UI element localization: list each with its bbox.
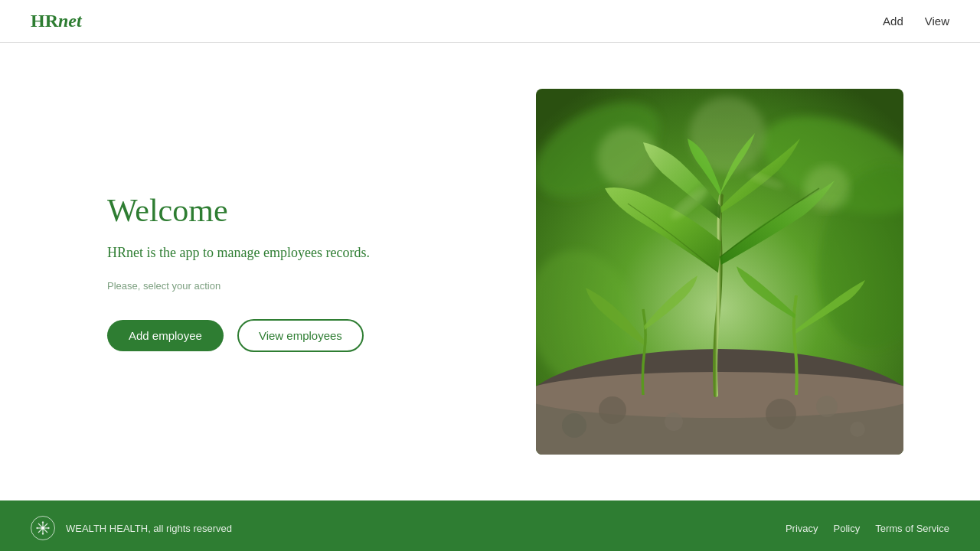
footer-terms-link[interactable]: Terms of Service [875,523,949,534]
hero-text-block: Welcome HRnet is the app to manage emplo… [107,192,429,352]
svg-point-11 [599,396,626,424]
svg-point-26 [36,527,38,529]
view-employees-button[interactable]: View employees [237,319,364,352]
subtitle-text: HRnet is the app to manage employees rec… [107,243,429,263]
button-group: Add employee View employees [107,319,429,352]
footer-privacy-link[interactable]: Privacy [786,523,818,534]
footer-left: WEALTH HEALTH, all rights reserved [31,516,232,540]
main-content: Welcome HRnet is the app to manage emplo… [0,43,980,500]
hero-image [536,89,903,455]
svg-point-10 [536,372,903,418]
footer-policy-link[interactable]: Policy [834,523,861,534]
site-header: HRnet Add View [0,0,980,43]
plant-illustration [536,89,903,455]
logo-net: net [58,11,82,31]
site-footer: WEALTH HEALTH, all rights reserved Priva… [0,500,980,551]
svg-point-27 [47,527,49,529]
footer-company-text: WEALTH HEALTH, all rights reserved [66,523,232,534]
nav-add-link[interactable]: Add [883,15,903,28]
svg-point-14 [816,396,838,417]
logo-hr: HR [31,11,58,31]
svg-point-25 [42,533,44,534]
logo[interactable]: HRnet [31,11,82,31]
svg-point-16 [850,422,865,437]
svg-point-12 [665,412,683,431]
nav-view-link[interactable]: View [925,15,949,28]
footer-logo-icon [31,516,55,540]
svg-point-15 [562,413,586,438]
svg-point-5 [597,127,658,188]
footer-links: Privacy Policy Terms of Service [786,523,949,534]
action-hint-text: Please, select your action [107,280,429,292]
svg-point-24 [42,521,44,523]
main-nav: Add View [883,15,949,28]
add-employee-button[interactable]: Add employee [107,320,224,351]
svg-point-13 [766,399,796,429]
welcome-heading: Welcome [107,192,429,229]
